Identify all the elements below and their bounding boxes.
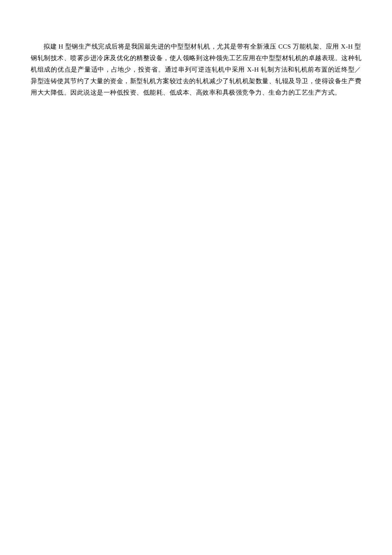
body-paragraph: 拟建 H 型钢生产线完成后将是我国最先进的中型型材轧机，尤其是带有全新液压 CC… — [31, 41, 361, 98]
